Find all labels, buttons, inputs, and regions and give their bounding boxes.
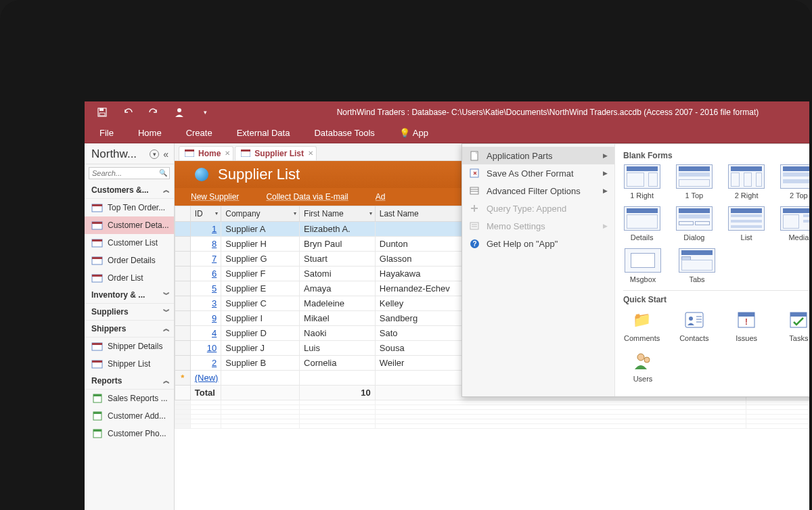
gallery-issues[interactable]: !Issues — [728, 308, 765, 342]
cell-company[interactable]: Supplier G — [221, 252, 300, 266]
doc-tab-supplier-list[interactable]: Supplier List ✕ — [235, 146, 317, 160]
nav-item-shipper-details[interactable]: Shipper Details — [85, 338, 174, 355]
row-selector[interactable] — [175, 311, 191, 326]
cell-company[interactable]: Supplier A — [221, 222, 300, 237]
row-selector[interactable] — [175, 356, 191, 371]
row-selector-header[interactable] — [175, 206, 191, 222]
nav-item-customer-list[interactable]: Customer List — [85, 234, 174, 252]
gallery-2-right[interactable]: 2 Right — [728, 164, 765, 200]
row-selector[interactable] — [175, 296, 191, 311]
cell-first-name[interactable]: Stuart — [300, 252, 376, 266]
gallery-media[interactable]: Media — [780, 206, 809, 241]
nav-group-inventory[interactable]: Inventory & ...︾ — [85, 287, 174, 304]
expand-icon[interactable]: ︾ — [163, 290, 170, 300]
collapse-icon[interactable]: ︽ — [163, 185, 170, 195]
cell-company[interactable]: Supplier F — [221, 266, 300, 281]
collapse-nav-icon[interactable]: « — [163, 149, 168, 160]
cell-new[interactable]: (New) — [190, 371, 221, 386]
row-selector[interactable] — [175, 341, 191, 356]
row-selector[interactable] — [175, 222, 191, 237]
row-selector[interactable] — [175, 266, 191, 281]
dropdown-icon[interactable]: ▾ — [369, 210, 372, 216]
qat-customize-icon[interactable]: ▾ — [200, 107, 210, 118]
cell-company[interactable]: Supplier I — [221, 311, 300, 326]
nav-group-reports[interactable]: Reports︽ — [85, 373, 174, 390]
add-link[interactable]: Ad — [376, 192, 386, 202]
cell-first-name[interactable]: Madeleine — [300, 296, 376, 311]
dropdown-icon[interactable]: ▾ — [215, 210, 218, 216]
close-icon[interactable]: ✕ — [308, 149, 313, 157]
cell-id[interactable]: 8 — [190, 237, 221, 252]
cell-first-name[interactable]: Cornelia — [300, 356, 376, 371]
user-icon[interactable] — [174, 107, 185, 118]
nav-title[interactable]: Northw... ▾ « — [85, 143, 174, 164]
nav-group-suppliers[interactable]: Suppliers︾ — [85, 304, 174, 321]
nav-item-customer-pho[interactable]: Customer Pho... — [85, 425, 174, 442]
col-company[interactable]: Company▾ — [221, 206, 300, 222]
cell-id[interactable]: 1 — [190, 222, 221, 237]
nav-item-customer-add[interactable]: Customer Add... — [85, 407, 174, 425]
gallery-1-right[interactable]: 1 Right — [623, 164, 660, 200]
nav-item-customer-details[interactable]: Customer Deta... — [85, 216, 174, 234]
tab-file[interactable]: File — [87, 124, 126, 142]
gallery-msgbox[interactable]: Msgbox — [623, 248, 662, 283]
tab-app[interactable]: 💡App — [387, 124, 441, 142]
nav-group-shippers[interactable]: Shippers︽ — [85, 321, 174, 338]
cell-first-name[interactable]: Mikael — [300, 311, 376, 326]
close-icon[interactable]: ✕ — [225, 149, 230, 157]
cell-id[interactable]: 10 — [190, 341, 221, 356]
row-selector[interactable] — [175, 237, 191, 252]
undo-icon[interactable] — [122, 107, 133, 118]
collapse-icon[interactable]: ︽ — [163, 376, 170, 386]
gallery-contacts[interactable]: Contacts — [675, 308, 713, 342]
gallery-tasks[interactable]: Tasks — [780, 308, 809, 342]
row-selector[interactable] — [175, 252, 191, 266]
gallery-dialog[interactable]: Dialog — [675, 206, 713, 241]
save-icon[interactable] — [97, 107, 108, 118]
cell-first-name[interactable]: Naoki — [300, 326, 376, 341]
cell-id[interactable]: 6 — [190, 266, 221, 281]
gallery-list[interactable]: List — [728, 206, 765, 241]
tab-external-data[interactable]: External Data — [225, 124, 302, 142]
menu-application-parts[interactable]: Application Parts▶ — [462, 147, 614, 164]
gallery-users[interactable]: Users — [623, 349, 662, 383]
cell-first-name[interactable]: Amaya — [300, 281, 376, 296]
collapse-icon[interactable]: ︽ — [163, 324, 170, 333]
cell-company[interactable]: Supplier D — [221, 326, 300, 341]
doc-tab-home[interactable]: Home ✕ — [179, 146, 233, 160]
cell-company[interactable]: Supplier H — [221, 237, 300, 252]
dropdown-icon[interactable]: ▾ — [294, 210, 296, 216]
col-first-name[interactable]: First Name▾ — [300, 206, 376, 222]
nav-menu-icon[interactable]: ▾ — [150, 149, 159, 159]
tab-database-tools[interactable]: Database Tools — [302, 124, 386, 142]
cell-id[interactable]: 3 — [190, 296, 221, 311]
cell-company[interactable]: Supplier E — [221, 281, 300, 296]
cell-company[interactable]: Supplier C — [221, 296, 300, 311]
gallery-tabs[interactable]: Tabs — [677, 248, 717, 283]
menu-get-help[interactable]: ? Get Help on "App" — [462, 235, 614, 252]
cell-first-name[interactable]: Luis — [300, 341, 376, 356]
cell-id[interactable]: 4 — [190, 326, 221, 341]
row-selector[interactable] — [175, 281, 191, 296]
collect-data-link[interactable]: Collect Data via E-mail — [266, 192, 348, 202]
nav-item-order-details[interactable]: Order Details — [85, 252, 174, 269]
expand-icon[interactable]: ︾ — [163, 307, 170, 317]
gallery-details[interactable]: Details — [623, 206, 660, 241]
nav-group-customers[interactable]: Customers &...︽ — [85, 182, 174, 199]
cell-id[interactable]: 9 — [190, 311, 221, 326]
cell-company[interactable]: Supplier J — [221, 341, 300, 356]
tab-home[interactable]: Home — [126, 124, 174, 142]
cell-company[interactable]: Supplier B — [221, 356, 300, 371]
menu-save-as-other-format[interactable]: Save As Other Format▶ — [462, 164, 614, 182]
menu-advanced-filter[interactable]: Advanced Filter Options▶ — [462, 182, 614, 200]
gallery-2-top[interactable]: 2 Top — [780, 164, 809, 200]
cell-first-name[interactable]: Bryn Paul — [300, 237, 376, 252]
cell-first-name[interactable]: Satomi — [300, 266, 376, 281]
cell-id[interactable]: 7 — [190, 252, 221, 266]
search-input[interactable] — [89, 167, 170, 179]
nav-item-order-list[interactable]: Order List — [85, 269, 174, 287]
gallery-comments[interactable]: 📁Comments — [623, 308, 660, 342]
search-icon[interactable]: 🔍 — [159, 169, 167, 177]
cell-id[interactable]: 2 — [190, 356, 221, 371]
col-id[interactable]: ID▾ — [190, 206, 221, 222]
